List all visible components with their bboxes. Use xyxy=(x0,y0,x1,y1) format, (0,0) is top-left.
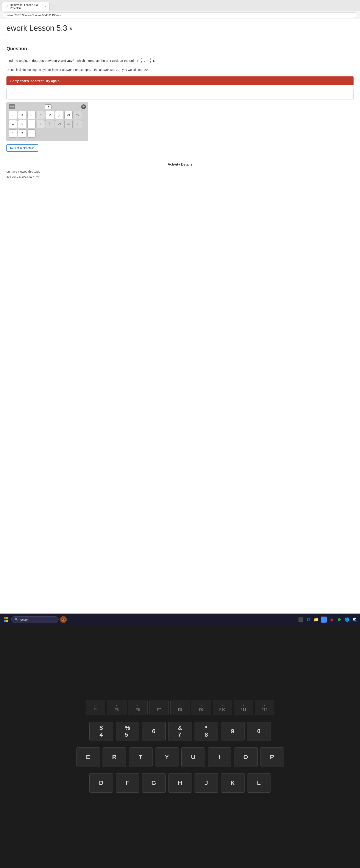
key-e[interactable]: E xyxy=(76,747,100,767)
key-i[interactable]: I xyxy=(208,747,231,767)
keyboard-toggle-icon[interactable]: ⌨ xyxy=(9,104,15,109)
taskbar-icons-right: ⬛ 🖥 📁 1 ◆ ⬟ 🌐 🌊 xyxy=(298,617,358,623)
start-button[interactable] xyxy=(2,616,10,623)
taskbar-icon-chrome[interactable]: 🌐 xyxy=(344,617,350,623)
key-9[interactable]: 9 xyxy=(27,111,35,119)
taskbar-icon-file[interactable]: ⬛ xyxy=(298,617,304,623)
fn-key-f12[interactable]: ▪ F12 xyxy=(255,700,274,715)
key-dollar-4[interactable]: $4 xyxy=(89,722,113,741)
key-multiply[interactable]: × xyxy=(37,120,45,128)
physical-keyboard: ⋯ F4 ▪ F5 ▪ F6 ⋯ F7 ▪ F8 ▪ F9 ▪ F10 ▪ F1 xyxy=(0,625,360,868)
key-amp-7[interactable]: &7 xyxy=(168,722,192,741)
math-keyboard: ⌨ ▼ ⓘ 7 8 9 ÷ x y x2 √□ xyxy=(6,102,88,141)
key-7[interactable]: 7 xyxy=(9,111,17,119)
taskbar-icon-diamond[interactable]: ◆ xyxy=(329,617,335,623)
taskbar-icon-folder[interactable]: 📁 xyxy=(313,617,319,623)
keyboard-row-1: 7 8 9 ÷ x y x2 √□ xyxy=(9,111,86,119)
fn-key-f5[interactable]: ▪ F5 xyxy=(107,700,126,715)
fn-key-f10[interactable]: ▪ F10 xyxy=(213,700,232,715)
new-tab-button[interactable]: + xyxy=(51,3,57,9)
search-icon: 🔍 xyxy=(15,618,19,621)
page-content: ework Lesson 5.3 ∨ - Question Find the a… xyxy=(0,19,360,614)
instruction-text: Do not include the degree symbol in your… xyxy=(6,68,354,72)
keyboard-row-3: 1 2 3 xyxy=(9,129,86,137)
key-1[interactable]: 1 xyxy=(9,129,17,137)
question-bold-range: 0 and 360° xyxy=(58,59,74,62)
taskbar-icon-screen[interactable]: 🖥 xyxy=(305,617,311,623)
taskbar-icon-edge[interactable]: 🌊 xyxy=(352,617,358,623)
key-2[interactable]: 2 xyxy=(18,129,26,137)
key-p[interactable]: P xyxy=(260,747,284,767)
error-message: Sorry, that's incorrect. Try again? xyxy=(10,79,62,83)
windows-icon-green xyxy=(6,617,8,619)
keyboard-dropdown[interactable]: ▼ xyxy=(45,104,52,109)
key-k[interactable]: K xyxy=(221,773,244,793)
fn-key-f8[interactable]: ▪ F8 xyxy=(171,700,190,715)
key-x-box[interactable]: x□ xyxy=(55,120,63,128)
taskbar-icon-notification[interactable]: 1 xyxy=(321,617,327,623)
key-y[interactable]: Y xyxy=(155,747,179,767)
windows-icon-yellow xyxy=(6,620,8,622)
fn-key-f4[interactable]: ⋯ F4 xyxy=(86,700,106,715)
fn-key-f6[interactable]: ▪ F6 xyxy=(128,700,148,715)
screen-icon: 🖥 xyxy=(306,617,310,622)
math-input-container[interactable] xyxy=(6,89,354,99)
key-divide[interactable]: ÷ xyxy=(37,111,45,119)
game-icon: ⬟ xyxy=(338,617,341,622)
page-title: ework Lesson 5.3 ∨ xyxy=(6,24,354,33)
taskbar-icon-game[interactable]: ⬟ xyxy=(336,617,342,623)
key-x-subscript[interactable]: x□ xyxy=(74,120,82,128)
taskbar-search-bar[interactable]: 🔍 Search xyxy=(11,616,59,623)
keyboard-top-row: ⌨ ▼ ⓘ xyxy=(9,104,86,109)
key-y[interactable]: y xyxy=(55,111,63,119)
key-j[interactable]: J xyxy=(194,773,218,793)
avatar-image: 🐻 xyxy=(61,617,66,622)
tab-title: Homework Lesson 5.3 - Precalcu xyxy=(10,3,43,10)
keyboard-info-button[interactable]: ⓘ xyxy=(81,104,86,109)
page-subtitle: - xyxy=(6,34,354,37)
activity-details-title: Activity Details xyxy=(6,162,354,166)
windows-icon-blue xyxy=(4,620,6,622)
dfgh-key-row: D F G H J K L xyxy=(89,773,271,793)
question-label: Question xyxy=(6,46,354,54)
key-star-8[interactable]: *8 xyxy=(194,722,218,741)
browser-tab[interactable]: 📄 Homework Lesson 5.3 - Precalcu × xyxy=(2,2,50,11)
key-x-squared[interactable]: x2 xyxy=(64,111,72,119)
key-x[interactable]: x xyxy=(46,111,54,119)
notification-badge: 1 xyxy=(323,619,325,621)
error-banner: Sorry, that's incorrect. Try again? xyxy=(6,76,354,85)
question-point: ( √3 2 , − 1 2 ). xyxy=(137,59,155,62)
address-bar[interactable]: ontent/2807598/viewContent/56409113/View xyxy=(3,12,357,18)
keyboard-dropdown-label: ▼ xyxy=(47,105,50,108)
key-l[interactable]: L xyxy=(247,773,271,793)
key-f[interactable]: F xyxy=(116,773,140,793)
key-8[interactable]: 8 xyxy=(18,111,26,119)
number-key-row: $4 %5 6 &7 *8 9 0 xyxy=(89,722,271,741)
fn-key-f9[interactable]: ▪ F9 xyxy=(191,700,211,715)
key-o[interactable]: O xyxy=(234,747,258,767)
fn-key-f7[interactable]: ⋯ F7 xyxy=(149,700,169,715)
reflect-eportfolio-button[interactable]: Reflect in ePortfolio xyxy=(6,145,38,152)
key-u[interactable]: U xyxy=(181,747,205,767)
key-sqrt[interactable]: √□ xyxy=(74,111,82,119)
key-t[interactable]: T xyxy=(129,747,153,767)
key-g[interactable]: G xyxy=(142,773,166,793)
key-r[interactable]: R xyxy=(102,747,126,767)
key-6[interactable]: 6 xyxy=(27,120,35,128)
taskbar-search-text: Search xyxy=(20,618,29,621)
key-4[interactable]: 4 xyxy=(9,120,17,128)
key-3[interactable]: 3 xyxy=(27,129,35,137)
key-x-n[interactable]: x□ xyxy=(64,120,72,128)
key-9-phys[interactable]: 9 xyxy=(221,722,244,741)
key-h[interactable]: H xyxy=(168,773,192,793)
taskbar-avatar[interactable]: 🐻 xyxy=(60,616,67,623)
key-percent-5[interactable]: %5 xyxy=(116,722,140,741)
key-6-phys[interactable]: 6 xyxy=(142,722,166,741)
page-title-chevron[interactable]: ∨ xyxy=(69,25,73,32)
fn-key-f11[interactable]: ▪ F11 xyxy=(234,700,253,715)
key-5[interactable]: 5 xyxy=(18,120,26,128)
key-d[interactable]: D xyxy=(89,773,113,793)
key-0-phys[interactable]: 0 xyxy=(247,722,271,741)
key-fraction[interactable]: x □ xyxy=(46,120,54,128)
tab-close-button[interactable]: × xyxy=(45,5,46,8)
